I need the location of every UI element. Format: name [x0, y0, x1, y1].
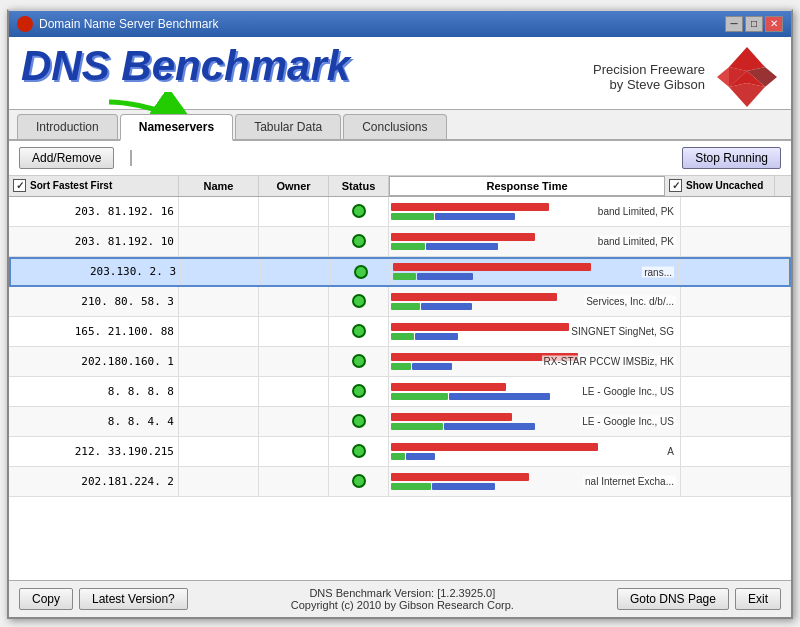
sort-fastest-checkbox[interactable] — [13, 179, 26, 192]
tab-conclusions[interactable]: Conclusions — [343, 114, 446, 139]
name-cell — [179, 287, 259, 316]
goto-dns-button[interactable]: Goto DNS Page — [617, 588, 729, 610]
version-text: DNS Benchmark Version: [1.2.3925.0] — [291, 587, 514, 599]
show-uncached-checkbox[interactable] — [669, 179, 682, 192]
tagline-line2: by Steve Gibson — [593, 77, 705, 92]
add-remove-button[interactable]: Add/Remove — [19, 147, 114, 169]
table-row[interactable]: 165. 21.100. 88SINGNET SingNet, SG — [9, 317, 791, 347]
owner-header: Owner — [259, 176, 329, 196]
footer-right: Goto DNS Page Exit — [617, 588, 781, 610]
bar-cell: band Limited, PK — [389, 227, 681, 256]
show-uncached-label: Show Uncached — [686, 180, 763, 191]
data-table[interactable]: 203. 81.192. 16band Limited, PK203. 81.1… — [9, 197, 791, 580]
uncached-cell — [681, 467, 791, 496]
status-cell — [329, 407, 389, 436]
name-cell — [179, 467, 259, 496]
app-title: DNS Benchmark — [21, 45, 350, 87]
owner-text: LE - Google Inc., US — [580, 386, 676, 397]
bar-cell: LE - Google Inc., US — [389, 407, 681, 436]
table-row[interactable]: 203. 81.192. 10band Limited, PK — [9, 227, 791, 257]
owner-text: nal Internet Excha... — [583, 476, 676, 487]
sort-fastest-header: Sort Fastest First — [9, 176, 179, 196]
bar-cell: nal Internet Excha... — [389, 467, 681, 496]
stop-running-button[interactable]: Stop Running — [682, 147, 781, 169]
uncached-cell — [681, 287, 791, 316]
table-row[interactable]: 8. 8. 4. 4LE - Google Inc., US — [9, 407, 791, 437]
tab-introduction[interactable]: Introduction — [17, 114, 118, 139]
logo-icon — [715, 45, 779, 109]
maximize-button[interactable]: □ — [745, 16, 763, 32]
status-indicator — [352, 354, 366, 368]
status-cell — [329, 287, 389, 316]
progress-bar — [130, 150, 132, 166]
show-uncached-header: Show Uncached — [665, 176, 775, 196]
table-row[interactable]: 203.130. 2. 3rans... — [9, 257, 791, 287]
table-row[interactable]: 210. 80. 58. 3Services, Inc. d/b/... — [9, 287, 791, 317]
table-row[interactable]: 212. 33.190.215A — [9, 437, 791, 467]
window-title: Domain Name Server Benchmark — [39, 17, 218, 31]
table-row[interactable]: 8. 8. 8. 8LE - Google Inc., US — [9, 377, 791, 407]
tab-tabular-data[interactable]: Tabular Data — [235, 114, 341, 139]
bar-cell: SINGNET SingNet, SG — [389, 317, 681, 346]
status-indicator — [352, 294, 366, 308]
status-cell — [329, 377, 389, 406]
owner-cell — [259, 227, 329, 256]
tabs-container: Introduction Nameservers Tabular Data Co… — [9, 110, 791, 141]
latest-version-button[interactable]: Latest Version? — [79, 588, 188, 610]
owner-text: SINGNET SingNet, SG — [569, 326, 676, 337]
uncached-cell — [681, 407, 791, 436]
ip-cell: 203.130. 2. 3 — [11, 259, 181, 285]
name-header: Name — [179, 176, 259, 196]
owner-text: Services, Inc. d/b/... — [584, 296, 676, 307]
name-cell — [179, 197, 259, 226]
status-indicator — [352, 324, 366, 338]
owner-text: rans... — [642, 266, 674, 277]
table-row[interactable]: 202.181.224. 2nal Internet Excha... — [9, 467, 791, 497]
ip-cell: 202.181.224. 2 — [9, 467, 179, 496]
minimize-button[interactable]: ─ — [725, 16, 743, 32]
status-cell — [329, 227, 389, 256]
owner-cell — [259, 197, 329, 226]
title-bar-left: Domain Name Server Benchmark — [17, 16, 218, 32]
ip-cell: 210. 80. 58. 3 — [9, 287, 179, 316]
owner-text: A — [665, 446, 676, 457]
tab-nameservers[interactable]: Nameservers — [120, 114, 233, 141]
name-cell — [179, 317, 259, 346]
owner-cell — [259, 377, 329, 406]
status-indicator — [352, 414, 366, 428]
toolbar-left: Add/Remove — [19, 147, 140, 169]
title-bar: Domain Name Server Benchmark ─ □ ✕ — [9, 11, 791, 37]
tagline-line1: Precision Freeware — [593, 62, 705, 77]
owner-cell — [259, 287, 329, 316]
ip-cell: 8. 8. 8. 8 — [9, 377, 179, 406]
header-right: Precision Freeware by Steve Gibson — [593, 45, 779, 109]
svg-marker-0 — [729, 47, 765, 71]
owner-cell — [259, 407, 329, 436]
uncached-cell — [681, 317, 791, 346]
tabs-row: Introduction Nameservers Tabular Data Co… — [9, 110, 791, 141]
scrollbar-header-spacer — [775, 176, 791, 196]
status-cell — [329, 317, 389, 346]
table-row[interactable]: 202.180.160. 1RX-STAR PCCW IMSBiz, HK — [9, 347, 791, 377]
owner-text: LE - Google Inc., US — [580, 416, 676, 427]
ip-cell: 203. 81.192. 16 — [9, 197, 179, 226]
status-indicator — [352, 234, 366, 248]
name-cell — [181, 259, 261, 285]
ip-cell: 8. 8. 4. 4 — [9, 407, 179, 436]
app-icon — [17, 16, 33, 32]
name-cell — [179, 437, 259, 466]
owner-text: RX-STAR PCCW IMSBiz, HK — [542, 356, 676, 367]
copy-button[interactable]: Copy — [19, 588, 73, 610]
owner-cell — [259, 347, 329, 376]
uncached-cell — [681, 437, 791, 466]
bar-cell: RX-STAR PCCW IMSBiz, HK — [389, 347, 681, 376]
ip-cell: 202.180.160. 1 — [9, 347, 179, 376]
exit-button[interactable]: Exit — [735, 588, 781, 610]
response-time-header: Response Time — [389, 176, 665, 196]
column-headers: Sort Fastest First Name Owner Status Res… — [9, 176, 791, 197]
close-button[interactable]: ✕ — [765, 16, 783, 32]
table-row[interactable]: 203. 81.192. 16band Limited, PK — [9, 197, 791, 227]
owner-cell — [259, 437, 329, 466]
status-indicator — [352, 444, 366, 458]
bar-cell: Services, Inc. d/b/... — [389, 287, 681, 316]
